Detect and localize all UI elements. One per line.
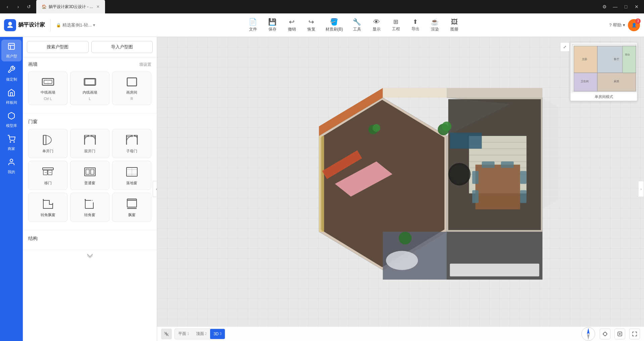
- settings-button[interactable]: ⚙: [600, 2, 609, 11]
- svg-text:阳台: 阳台: [625, 53, 630, 56]
- project-name: 精选案例1-轻...: [62, 22, 92, 28]
- wall-section: 画墙 墙设置 中线画墙 Ctrl L: [23, 57, 157, 112]
- refresh-button[interactable]: ↺: [24, 2, 34, 11]
- bay-window-card[interactable]: 飘窗: [112, 193, 151, 222]
- fullscreen-button[interactable]: [629, 329, 640, 339]
- door-window-section: 门窗 单开门: [23, 115, 157, 229]
- left-navigation: 画户型 做定制 样板间: [0, 37, 23, 341]
- sliding-door-card[interactable]: 移门: [28, 161, 67, 190]
- undo-button[interactable]: ↩ 撤销: [283, 16, 301, 34]
- corner-bay-card[interactable]: 转角飘窗: [28, 193, 67, 222]
- focus-button[interactable]: [600, 329, 610, 339]
- settings-view-button[interactable]: [614, 329, 625, 339]
- canvas-area[interactable]: 主卧 客厅 卫生间 厨房 阳台 单房间模式 › ⤢: [157, 37, 644, 341]
- normal-window-card[interactable]: 普通窗: [70, 161, 109, 190]
- svg-text:客厅: 客厅: [614, 58, 619, 61]
- material-button[interactable]: 🪣 材质刷(B): [321, 16, 347, 34]
- redo-button[interactable]: ↪ 恢复: [302, 16, 321, 34]
- customize-icon: [7, 65, 15, 76]
- double-door-icon: [83, 133, 97, 147]
- export-button[interactable]: ⬆ 导出: [406, 17, 425, 33]
- tab-icon: 🏠: [42, 4, 47, 9]
- mother-door-card[interactable]: 子母门: [112, 129, 151, 158]
- single-door-label: 单开门: [42, 149, 53, 154]
- back-button[interactable]: ‹: [3, 2, 12, 11]
- svg-rect-65: [520, 171, 527, 184]
- minimap-canvas: 主卧 客厅 卫生间 厨房 阳台: [571, 43, 637, 93]
- nav-item-merchant[interactable]: 商家: [1, 132, 21, 154]
- tab-close-icon[interactable]: ✕: [96, 4, 100, 9]
- sidebar-collapse-button[interactable]: ‹: [153, 181, 157, 197]
- ceiling-view-button[interactable]: 顶面 2: [193, 329, 210, 339]
- view-toggle: 平面 1 顶面 2 3D 3: [175, 329, 225, 339]
- draw-room-label: 画房间: [126, 90, 137, 95]
- minimize-button[interactable]: —: [610, 2, 620, 11]
- corner-window-card[interactable]: 转角窗: [70, 193, 109, 222]
- logo-text: 躺平设计家: [18, 21, 45, 29]
- nav-buttons: ‹ › ↺: [0, 2, 36, 11]
- render-button[interactable]: ☕ 渲染: [426, 16, 444, 34]
- fold-icon: [86, 253, 94, 258]
- right-edge-expand[interactable]: ›: [639, 181, 644, 197]
- 3d-view-label: 3D: [213, 332, 218, 336]
- svg-rect-0: [8, 43, 14, 49]
- display-button[interactable]: 👁 显示: [367, 17, 386, 34]
- plan-view-button[interactable]: 平面 1: [175, 329, 193, 339]
- double-door-card[interactable]: 双开门: [70, 129, 109, 158]
- maximize-button[interactable]: □: [621, 2, 631, 11]
- svg-text:卫生间: 卫生间: [581, 80, 589, 83]
- toolbar-right: ? 帮助 ▾ 👤 3: [609, 19, 640, 31]
- mine-icon: [7, 158, 15, 168]
- tools-button[interactable]: 🔧 工具: [348, 16, 366, 34]
- logo-area: 躺平设计家: [4, 19, 51, 31]
- corner-window-icon: [83, 197, 97, 210]
- nav-item-mine[interactable]: 我的: [1, 155, 21, 177]
- import-floorplan-button[interactable]: 导入户型图: [91, 41, 153, 53]
- svg-point-5: [10, 159, 13, 162]
- draw-room-shortcut: R: [131, 97, 133, 101]
- dropdown-icon[interactable]: ▾: [93, 22, 95, 28]
- user-avatar[interactable]: 👤 3: [628, 19, 640, 31]
- engineering-button[interactable]: ⊞ 工程: [387, 17, 405, 33]
- 3d-view-button[interactable]: 3D 3: [210, 329, 225, 339]
- file-button[interactable]: 📄 文件: [244, 16, 262, 34]
- album-button[interactable]: 🖼 图册: [445, 17, 464, 34]
- single-door-card[interactable]: 单开门: [28, 129, 67, 158]
- nav-item-customize[interactable]: 做定制: [1, 63, 21, 85]
- bottom-bar: 平面 1 顶面 2 3D 3: [157, 326, 644, 341]
- floor-window-label: 落地窗: [126, 181, 137, 186]
- nav-item-templates[interactable]: 样板间: [1, 86, 21, 108]
- nav-item-draw-plan[interactable]: 画户型: [1, 40, 21, 61]
- floor-window-card[interactable]: 落地窗: [112, 161, 151, 190]
- svg-point-4: [14, 142, 14, 142]
- lock-icon: 🔒: [56, 23, 61, 28]
- forward-button[interactable]: ›: [13, 2, 23, 11]
- render-label: 渲染: [431, 27, 439, 32]
- expand-icon: ⤢: [563, 45, 566, 49]
- draw-room-card[interactable]: 画房间 R: [112, 71, 151, 105]
- material-label: 材质刷(B): [326, 27, 343, 32]
- svg-rect-68: [501, 161, 514, 168]
- expand-button[interactable]: ⤢: [560, 42, 569, 52]
- avatar-img: 👤: [632, 23, 637, 28]
- svg-rect-51: [319, 136, 321, 232]
- save-button[interactable]: 💾 保存: [263, 16, 282, 34]
- inline-wall-card[interactable]: 内线画墙 L: [70, 71, 109, 105]
- title-bar: ‹ › ↺ 🏠 躺平设计家3D云设计 - ... ✕ ⚙ — □ ✕: [0, 0, 644, 13]
- active-tab[interactable]: 🏠 躺平设计家3D云设计 - ... ✕: [36, 0, 105, 13]
- file-label: 文件: [249, 27, 257, 32]
- svg-rect-10: [85, 79, 95, 85]
- close-button[interactable]: ✕: [632, 2, 641, 11]
- centerline-wall-card[interactable]: 中线画墙 Ctrl L: [28, 71, 67, 105]
- search-floorplan-button[interactable]: 搜索户型图: [27, 41, 89, 53]
- display-label: 显示: [373, 27, 381, 32]
- grid-view-button[interactable]: [161, 329, 172, 339]
- main-toolbar: 躺平设计家 🔒 精选案例1-轻... ▾ 📄 文件 💾 保存 ↩ 撤销 ↪ 恢复…: [0, 13, 644, 37]
- svg-point-74: [442, 121, 452, 131]
- help-button[interactable]: ? 帮助 ▾: [609, 22, 625, 28]
- project-info[interactable]: 🔒 精选案例1-轻... ▾: [53, 22, 98, 28]
- wall-settings-action[interactable]: 墙设置: [139, 62, 151, 67]
- sidebar-fold-indicator[interactable]: [23, 250, 157, 261]
- svg-rect-11: [127, 78, 137, 86]
- nav-item-models[interactable]: 模型库: [1, 109, 21, 131]
